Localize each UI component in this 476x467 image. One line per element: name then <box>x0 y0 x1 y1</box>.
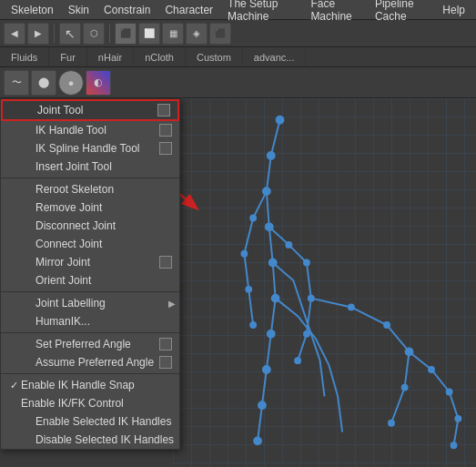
ik-handle-option-box[interactable] <box>159 124 172 137</box>
mirror-joint-label: Mirror Joint <box>35 256 90 269</box>
disconnect-joint-label: Disconnect Joint <box>35 219 116 232</box>
toolbar-btn-4[interactable]: ⬜ <box>138 23 160 45</box>
toolbar-sep-1 <box>54 25 55 43</box>
svg-point-27 <box>451 442 457 448</box>
svg-point-18 <box>250 322 256 328</box>
viewport[interactable] <box>173 98 476 467</box>
ik-handle-label: IK Handle Tool <box>35 124 106 137</box>
svg-point-8 <box>258 401 266 409</box>
menu-item-enable-selected-ik[interactable]: Enable Selected IK Handles <box>1 412 179 431</box>
menu-item-connect-joint[interactable]: Connect Joint <box>1 235 179 253</box>
svg-point-17 <box>246 287 251 292</box>
enable-ik-snap-check-icon: ✓ <box>6 380 21 391</box>
joint-tool-option-box[interactable] <box>157 104 170 117</box>
menu-constrain[interactable]: Constrain <box>96 2 157 18</box>
menu-item-ik-spline[interactable]: IK Spline Handle Tool <box>1 139 179 157</box>
menu-bar: Skeleton Skin Constrain Character The Se… <box>0 0 476 20</box>
orient-joint-label: Orient Joint <box>35 274 91 287</box>
svg-point-7 <box>263 366 270 373</box>
menu-help[interactable]: Help <box>435 2 472 18</box>
menu-item-enable-ik-snap[interactable]: ✓ Enable IK Handle Snap <box>1 376 179 394</box>
svg-point-0 <box>277 117 284 124</box>
toolbar-btn-5[interactable]: ▦ <box>162 23 184 45</box>
reroot-label: Reroot Skeleton <box>35 183 114 196</box>
menu-item-joint-labelling[interactable]: Joint Labelling ▶ <box>1 294 179 312</box>
menu-face-machine[interactable]: Face Machine <box>303 0 368 25</box>
set-preferred-option-box[interactable] <box>159 338 172 350</box>
svg-point-23 <box>389 421 394 426</box>
svg-point-3 <box>266 223 273 230</box>
svg-point-6 <box>268 330 275 338</box>
svg-point-20 <box>384 322 390 328</box>
menu-item-orient-joint[interactable]: Orient Joint <box>1 271 179 289</box>
toolbar-btn-3[interactable]: ⬛ <box>115 23 137 45</box>
tabs-row: Fluids Fur nHair nCloth Custom advanc... <box>0 47 476 67</box>
ik-spline-label: IK Spline Handle Tool <box>35 142 140 155</box>
insert-joint-label: Insert Joint Tool <box>35 160 112 173</box>
menu-setup-machine[interactable]: The Setup Machine <box>220 0 303 25</box>
svg-point-16 <box>241 251 247 257</box>
menu-item-humanik[interactable]: HumanIK... <box>1 312 179 330</box>
svg-point-4 <box>269 259 277 267</box>
toolbar-btn-select[interactable]: ↖ <box>59 23 81 45</box>
assume-preferred-option-box[interactable] <box>159 356 172 369</box>
icon-btn-sphere[interactable]: ⬤ <box>31 70 56 96</box>
menu-item-remove-joint[interactable]: Remove Joint <box>1 198 179 217</box>
tab-fur[interactable]: Fur <box>49 47 87 66</box>
menu-item-enable-ikfk[interactable]: Enable IK/FK Control <box>1 394 179 412</box>
disable-selected-ik-label: Disable Selected IK Handles <box>35 433 174 446</box>
menu-item-insert-joint[interactable]: Insert Joint Tool <box>1 157 179 176</box>
toolbar-btn-6[interactable]: ◈ <box>186 23 208 45</box>
menu-item-set-preferred[interactable]: Set Preferred Angle <box>1 335 179 353</box>
menu-item-disable-selected-ik[interactable]: Disable Selected IK Handles <box>1 431 179 449</box>
menu-item-ik-handle[interactable]: IK Handle Tool <box>1 121 179 139</box>
svg-point-9 <box>254 437 261 444</box>
toolbar-btn-1[interactable]: ◀ <box>4 23 25 45</box>
svg-point-14 <box>295 358 300 363</box>
mirror-joint-option-box[interactable] <box>159 256 172 269</box>
tab-fluids[interactable]: Fluids <box>0 47 49 66</box>
remove-joint-label: Remove Joint <box>35 201 102 214</box>
menu-item-mirror-joint[interactable]: Mirror Joint <box>1 253 179 271</box>
toolbar-btn-lasso[interactable]: ⬡ <box>83 23 105 45</box>
toolbar-sep-2 <box>109 25 110 43</box>
dropdown-menu: Joint Tool IK Handle Tool IK Spline Hand… <box>0 98 180 450</box>
connect-joint-label: Connect Joint <box>35 238 102 250</box>
toolbar-btn-2[interactable]: ▶ <box>27 23 49 45</box>
menu-pipeline-cache[interactable]: Pipeline Cache <box>368 0 435 25</box>
svg-point-21 <box>406 348 413 355</box>
submenu-arrow-icon: ▶ <box>168 299 176 309</box>
menu-character[interactable]: Character <box>157 2 220 18</box>
joint-tool-label: Joint Tool <box>37 104 83 117</box>
ik-spline-option-box[interactable] <box>159 142 172 155</box>
separator-1 <box>1 178 179 178</box>
icon-btn-paint[interactable]: ● <box>58 70 84 96</box>
svg-point-15 <box>250 216 256 221</box>
svg-point-22 <box>402 385 408 391</box>
svg-point-10 <box>286 242 291 248</box>
menu-item-joint-tool[interactable]: Joint Tool <box>1 99 179 121</box>
toolbar-btn-7[interactable]: ⬛ <box>209 23 231 45</box>
separator-4 <box>1 373 179 374</box>
enable-ik-snap-label: Enable IK Handle Snap <box>21 379 135 391</box>
tab-custom[interactable]: Custom <box>186 47 243 66</box>
skeleton-drawing <box>173 98 476 467</box>
icon-btn-curve[interactable]: 〜 <box>4 70 29 96</box>
main-area: Joint Tool IK Handle Tool IK Spline Hand… <box>0 98 476 467</box>
enable-ikfk-label: Enable IK/FK Control <box>21 397 124 410</box>
assume-preferred-label: Assume Preferred Angle <box>35 356 154 369</box>
tab-nhair[interactable]: nHair <box>87 47 134 66</box>
menu-item-assume-preferred[interactable]: Assume Preferred Angle <box>1 353 179 371</box>
svg-point-19 <box>349 304 354 310</box>
menu-skeleton[interactable]: Skeleton <box>4 2 61 18</box>
menu-skin[interactable]: Skin <box>61 2 96 18</box>
tab-advance[interactable]: advanc... <box>243 47 307 66</box>
svg-point-13 <box>304 331 309 337</box>
svg-point-1 <box>268 152 275 159</box>
icon-btn-color[interactable]: ◐ <box>86 70 111 96</box>
separator-2 <box>1 291 179 292</box>
menu-item-disconnect-joint[interactable]: Disconnect Joint <box>1 217 179 235</box>
tab-ncloth[interactable]: nCloth <box>134 47 186 66</box>
menu-item-reroot[interactable]: Reroot Skeleton <box>1 180 179 198</box>
main-toolbar: ◀ ▶ ↖ ⬡ ⬛ ⬜ ▦ ◈ ⬛ <box>0 20 476 47</box>
